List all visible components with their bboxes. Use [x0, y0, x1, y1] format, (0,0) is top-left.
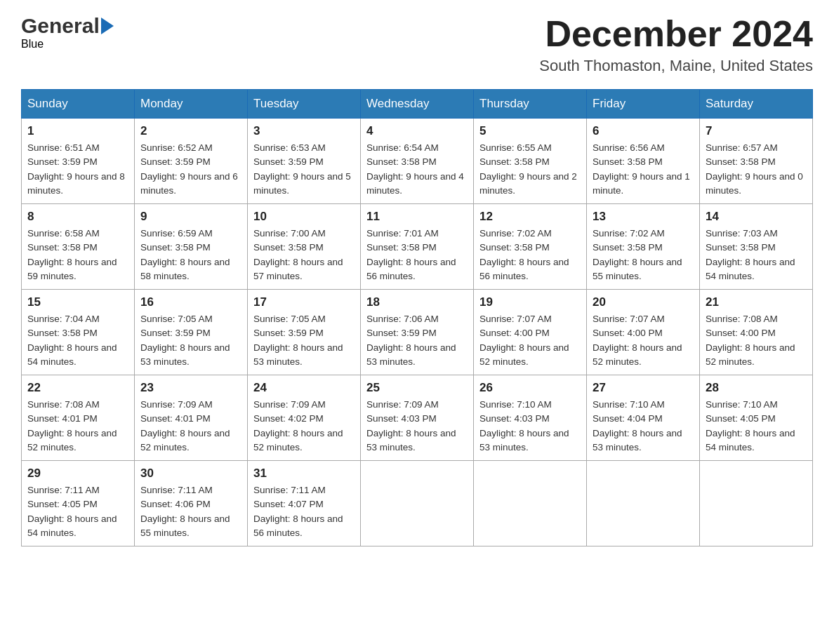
calendar-cell: 12Sunrise: 7:02 AMSunset: 3:58 PMDayligh… — [474, 204, 587, 290]
calendar-cell: 25Sunrise: 7:09 AMSunset: 4:03 PMDayligh… — [361, 375, 474, 461]
day-info: Sunrise: 6:52 AMSunset: 3:59 PMDaylight:… — [140, 141, 241, 198]
calendar-cell: 31Sunrise: 7:11 AMSunset: 4:07 PMDayligh… — [248, 461, 361, 546]
day-info: Sunrise: 7:10 AMSunset: 4:03 PMDaylight:… — [479, 398, 581, 455]
day-info: Sunrise: 7:08 AMSunset: 4:01 PMDaylight:… — [27, 398, 128, 455]
day-number: 22 — [27, 381, 128, 395]
day-info: Sunrise: 7:06 AMSunset: 3:59 PMDaylight:… — [366, 312, 468, 369]
calendar-cell: 21Sunrise: 7:08 AMSunset: 4:00 PMDayligh… — [700, 290, 813, 375]
day-info: Sunrise: 7:09 AMSunset: 4:01 PMDaylight:… — [140, 398, 241, 455]
day-of-week-header: Friday — [587, 90, 700, 119]
calendar-cell: 29Sunrise: 7:11 AMSunset: 4:05 PMDayligh… — [22, 461, 135, 546]
calendar-cell: 17Sunrise: 7:05 AMSunset: 3:59 PMDayligh… — [248, 290, 361, 375]
day-info: Sunrise: 7:11 AMSunset: 4:05 PMDaylight:… — [27, 483, 128, 540]
calendar-cell: 13Sunrise: 7:02 AMSunset: 3:58 PMDayligh… — [587, 204, 700, 290]
calendar-cell: 22Sunrise: 7:08 AMSunset: 4:01 PMDayligh… — [22, 375, 135, 461]
day-number: 15 — [27, 295, 128, 309]
day-info: Sunrise: 7:05 AMSunset: 3:59 PMDaylight:… — [253, 312, 355, 369]
logo: General Blue — [21, 14, 114, 51]
day-number: 24 — [253, 381, 355, 395]
day-info: Sunrise: 6:56 AMSunset: 3:58 PMDaylight:… — [593, 141, 694, 198]
day-info: Sunrise: 7:05 AMSunset: 3:59 PMDaylight:… — [140, 312, 241, 369]
day-of-week-header: Thursday — [474, 90, 587, 119]
day-info: Sunrise: 7:07 AMSunset: 4:00 PMDaylight:… — [593, 312, 694, 369]
day-info: Sunrise: 7:07 AMSunset: 4:00 PMDaylight:… — [479, 312, 581, 369]
logo-general-text: General — [21, 14, 100, 38]
day-of-week-header: Wednesday — [361, 90, 474, 119]
day-info: Sunrise: 6:51 AMSunset: 3:59 PMDaylight:… — [27, 141, 128, 198]
month-title: December 2024 — [539, 14, 813, 54]
day-info: Sunrise: 7:04 AMSunset: 3:58 PMDaylight:… — [27, 312, 128, 369]
calendar-week-row: 29Sunrise: 7:11 AMSunset: 4:05 PMDayligh… — [22, 461, 813, 546]
calendar-week-row: 8Sunrise: 6:58 AMSunset: 3:58 PMDaylight… — [22, 204, 813, 290]
day-number: 16 — [140, 295, 241, 309]
day-number: 1 — [27, 124, 128, 138]
calendar-cell: 27Sunrise: 7:10 AMSunset: 4:04 PMDayligh… — [587, 375, 700, 461]
day-number: 5 — [479, 124, 581, 138]
calendar-cell: 26Sunrise: 7:10 AMSunset: 4:03 PMDayligh… — [474, 375, 587, 461]
day-info: Sunrise: 7:01 AMSunset: 3:58 PMDaylight:… — [366, 227, 468, 283]
day-number: 9 — [140, 210, 241, 224]
day-info: Sunrise: 7:08 AMSunset: 4:00 PMDaylight:… — [706, 312, 807, 369]
day-of-week-header: Sunday — [22, 90, 135, 119]
day-number: 29 — [27, 467, 128, 481]
calendar-cell: 6Sunrise: 6:56 AMSunset: 3:58 PMDaylight… — [587, 119, 700, 204]
day-number: 23 — [140, 381, 241, 395]
day-info: Sunrise: 7:03 AMSunset: 3:58 PMDaylight:… — [706, 227, 807, 283]
calendar-header-row: SundayMondayTuesdayWednesdayThursdayFrid… — [22, 90, 813, 119]
calendar-week-row: 15Sunrise: 7:04 AMSunset: 3:58 PMDayligh… — [22, 290, 813, 375]
day-info: Sunrise: 7:09 AMSunset: 4:02 PMDaylight:… — [253, 398, 355, 455]
day-of-week-header: Saturday — [700, 90, 813, 119]
day-info: Sunrise: 7:09 AMSunset: 4:03 PMDaylight:… — [366, 398, 468, 455]
calendar-cell: 3Sunrise: 6:53 AMSunset: 3:59 PMDaylight… — [248, 119, 361, 204]
day-info: Sunrise: 7:00 AMSunset: 3:58 PMDaylight:… — [253, 227, 355, 283]
calendar-cell: 1Sunrise: 6:51 AMSunset: 3:59 PMDaylight… — [22, 119, 135, 204]
day-number: 3 — [253, 124, 355, 138]
day-number: 27 — [593, 381, 694, 395]
day-number: 8 — [27, 210, 128, 224]
calendar-cell: 16Sunrise: 7:05 AMSunset: 3:59 PMDayligh… — [135, 290, 248, 375]
day-number: 6 — [593, 124, 694, 138]
calendar-week-row: 1Sunrise: 6:51 AMSunset: 3:59 PMDaylight… — [22, 119, 813, 204]
calendar-cell: 9Sunrise: 6:59 AMSunset: 3:58 PMDaylight… — [135, 204, 248, 290]
calendar-cell: 23Sunrise: 7:09 AMSunset: 4:01 PMDayligh… — [135, 375, 248, 461]
day-number: 2 — [140, 124, 241, 138]
logo-arrow-icon — [101, 18, 114, 34]
day-number: 10 — [253, 210, 355, 224]
day-number: 14 — [706, 210, 807, 224]
calendar-cell: 14Sunrise: 7:03 AMSunset: 3:58 PMDayligh… — [700, 204, 813, 290]
calendar-table: SundayMondayTuesdayWednesdayThursdayFrid… — [21, 89, 813, 546]
calendar-cell — [587, 461, 700, 546]
calendar-cell: 5Sunrise: 6:55 AMSunset: 3:58 PMDaylight… — [474, 119, 587, 204]
day-info: Sunrise: 6:57 AMSunset: 3:58 PMDaylight:… — [706, 141, 807, 198]
day-info: Sunrise: 7:11 AMSunset: 4:06 PMDaylight:… — [140, 483, 241, 540]
day-info: Sunrise: 6:58 AMSunset: 3:58 PMDaylight:… — [27, 227, 128, 283]
calendar-cell — [361, 461, 474, 546]
calendar-cell — [700, 461, 813, 546]
page-header: General Blue December 2024 South Thomast… — [21, 14, 813, 75]
calendar-cell: 24Sunrise: 7:09 AMSunset: 4:02 PMDayligh… — [248, 375, 361, 461]
day-info: Sunrise: 6:53 AMSunset: 3:59 PMDaylight:… — [253, 141, 355, 198]
day-info: Sunrise: 6:55 AMSunset: 3:58 PMDaylight:… — [479, 141, 581, 198]
day-number: 7 — [706, 124, 807, 138]
day-number: 28 — [706, 381, 807, 395]
day-number: 17 — [253, 295, 355, 309]
calendar-cell: 2Sunrise: 6:52 AMSunset: 3:59 PMDaylight… — [135, 119, 248, 204]
day-number: 19 — [479, 295, 581, 309]
day-number: 11 — [366, 210, 468, 224]
day-info: Sunrise: 6:54 AMSunset: 3:58 PMDaylight:… — [366, 141, 468, 198]
calendar-cell: 20Sunrise: 7:07 AMSunset: 4:00 PMDayligh… — [587, 290, 700, 375]
day-number: 31 — [253, 467, 355, 481]
calendar-cell: 8Sunrise: 6:58 AMSunset: 3:58 PMDaylight… — [22, 204, 135, 290]
calendar-cell: 4Sunrise: 6:54 AMSunset: 3:58 PMDaylight… — [361, 119, 474, 204]
day-of-week-header: Tuesday — [248, 90, 361, 119]
logo-blue-text: Blue — [21, 38, 44, 50]
day-info: Sunrise: 7:02 AMSunset: 3:58 PMDaylight:… — [593, 227, 694, 283]
day-number: 18 — [366, 295, 468, 309]
day-number: 4 — [366, 124, 468, 138]
day-number: 25 — [366, 381, 468, 395]
title-section: December 2024 South Thomaston, Maine, Un… — [539, 14, 813, 75]
day-info: Sunrise: 6:59 AMSunset: 3:58 PMDaylight:… — [140, 227, 241, 283]
day-number: 21 — [706, 295, 807, 309]
calendar-cell: 10Sunrise: 7:00 AMSunset: 3:58 PMDayligh… — [248, 204, 361, 290]
day-number: 30 — [140, 467, 241, 481]
